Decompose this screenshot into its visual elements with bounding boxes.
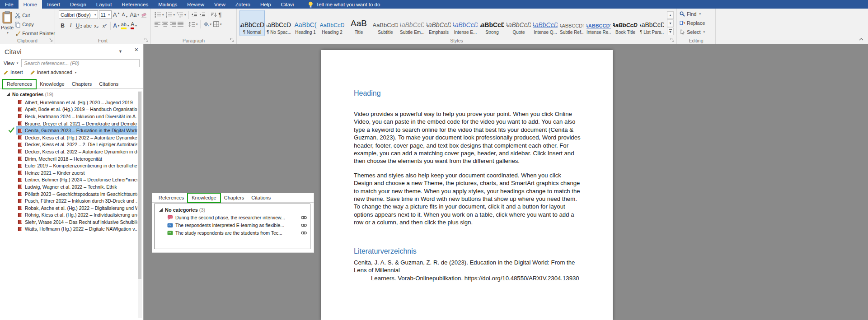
style-intense-reference[interactable]: AABBCCDTIntense Re... [586, 10, 611, 36]
multilevel-list-button[interactable]: ▾ [176, 10, 187, 19]
pane-tab-knowledge[interactable]: Knowledge [36, 80, 68, 88]
change-case-button[interactable]: Aa▾ [130, 10, 139, 19]
knowledge-item[interactable]: During the second phase, the researcher … [167, 213, 310, 221]
reference-item[interactable]: Ludwig, Wagner et al. 2022 – Technik. Et… [16, 183, 137, 190]
link-icon[interactable] [301, 223, 307, 228]
popup-tab-knowledge[interactable]: Knowledge [188, 193, 220, 203]
reference-item[interactable]: Decker, Kiess et al. (Hg.) 2022 – Autori… [16, 134, 137, 141]
superscript-button[interactable]: x² [101, 21, 108, 30]
style-emphasis[interactable]: AaBbCcDtEmphasis [426, 10, 451, 36]
show-formatting-marks-button[interactable]: ¶ [218, 10, 223, 19]
select-button[interactable]: Select▾ [680, 28, 713, 36]
tab-help[interactable]: Help [255, 0, 276, 9]
reference-item[interactable]: Röhrig, Kiess et al. (Hg.) 2022 – Indivi… [16, 212, 137, 219]
increase-indent-button[interactable] [198, 10, 206, 19]
decrease-indent-button[interactable] [190, 10, 198, 19]
tab-citavi[interactable]: Citavi [276, 0, 299, 9]
find-button[interactable]: Find▾ [680, 9, 713, 18]
bullets-button[interactable]: ▾ [154, 10, 165, 19]
align-right-button[interactable] [169, 20, 177, 29]
category-node[interactable]: No categories (19) [0, 91, 137, 98]
replace-button[interactable]: Replace [680, 19, 713, 27]
clipboard-dialog-launcher[interactable] [48, 37, 53, 42]
reference-item[interactable]: Braune, Dreyer et al. 2021 – Demokratie … [16, 120, 137, 127]
bold-button[interactable]: B [59, 21, 66, 30]
document-page[interactable]: Heading Video provides a powerful way to… [321, 50, 613, 320]
tab-insert[interactable]: Insert [42, 0, 65, 9]
style-no-spacing[interactable]: AaBbCcDc¶ No Spac... [266, 10, 291, 36]
style-heading-2[interactable]: AaBbCcDHeading 2 [319, 10, 345, 36]
tab-file[interactable]: File [0, 0, 19, 9]
tab-review[interactable]: Review [182, 0, 209, 9]
collapse-ribbon-button[interactable] [857, 36, 865, 42]
search-input[interactable] [21, 59, 140, 67]
style-list-paragraph[interactable]: AaBbCcDt¶ List Para... [639, 10, 665, 36]
font-dialog-launcher[interactable] [144, 37, 149, 42]
pane-tab-citations[interactable]: Citations [95, 80, 122, 88]
font-color-button[interactable]: A▾ [130, 21, 138, 30]
tab-references[interactable]: References [117, 0, 153, 9]
link-icon[interactable] [301, 230, 307, 236]
italic-button[interactable]: I [67, 21, 75, 30]
numbering-button[interactable]: ▾ [165, 10, 176, 19]
scrollbar-thumb[interactable] [138, 92, 141, 279]
reference-item[interactable]: Pöllath 2023 – Geschichtspodcasts im Ges… [16, 190, 137, 198]
style-subtitle[interactable]: AaBbCcDSubtitle [373, 10, 398, 36]
insert-button[interactable]: Insert [4, 70, 23, 75]
reference-item[interactable]: Leitner, Böhmer (Hg.) 2024 – Decolonise … [16, 176, 137, 184]
styles-more-button[interactable]: ▼ [667, 28, 674, 35]
shrink-font-button[interactable]: A▼ [121, 10, 129, 19]
subscript-button[interactable]: x₂ [93, 21, 100, 30]
pane-tab-chapters[interactable]: Chapters [68, 80, 96, 88]
tab-home[interactable]: Home [19, 0, 42, 9]
copy-button[interactable]: Copy [14, 20, 56, 29]
pane-tab-references[interactable]: References [3, 79, 36, 89]
popup-tab-references[interactable]: References [155, 194, 188, 202]
reference-item[interactable]: Heinze 2021 – Kinder zuerst [16, 169, 137, 176]
strikethrough-button[interactable]: abc [83, 21, 92, 30]
style-subtle-emphasis[interactable]: AaBbCcDtSubtle Em... [399, 10, 425, 36]
popup-tab-chapters[interactable]: Chapters [221, 194, 248, 202]
underline-button[interactable]: U▾ [75, 21, 83, 30]
style-title[interactable]: AaBTitle [346, 10, 371, 36]
link-icon[interactable] [301, 215, 307, 220]
reference-item[interactable]: Siehr, Wrase 2014 – Das Recht auf inklus… [16, 218, 137, 226]
popup-tab-citations[interactable]: Citations [248, 194, 274, 202]
reference-item[interactable]: Watts, Hoffmann (Hg.) 2022 – Digitale NA… [16, 226, 137, 233]
tab-zotero[interactable]: Zotero [230, 0, 255, 9]
style-subtle-reference[interactable]: AABBCCDTSubtle Ref... [559, 10, 585, 36]
shading-button[interactable]: ▾ [202, 20, 213, 29]
reference-item[interactable]: Albert, Hurrelmann et al. (Hg.) 2020 – J… [16, 99, 137, 106]
align-left-button[interactable] [154, 20, 161, 29]
style-quote[interactable]: AaBbCcDtQuote [506, 10, 531, 36]
tab-mailings[interactable]: Mailings [153, 0, 182, 9]
tell-me-box[interactable]: Tell me what you want to do [302, 0, 385, 9]
pane-close-button[interactable]: × [135, 46, 138, 53]
reference-item[interactable]: Euler 2019 – Kompetenzorientierung in de… [16, 162, 137, 169]
cut-button[interactable]: Cut [14, 11, 56, 20]
style-normal[interactable]: AaBbCcDc¶ Normal [239, 10, 265, 36]
reference-item[interactable]: Pusch, Führer 2022 – Inklusion durch 3D-… [16, 197, 137, 204]
reference-item[interactable]: Robak, Asche et al. (Hg.) 2022 – Digital… [16, 204, 137, 212]
tab-design[interactable]: Design [65, 0, 91, 9]
references-scrollbar[interactable] [138, 91, 142, 318]
knowledge-category-node[interactable]: No categories (3) [155, 206, 310, 213]
styles-scroll-up-button[interactable]: ▲ [667, 11, 674, 19]
style-strong[interactable]: AaBbCcDtStrong [479, 10, 505, 36]
tab-layout[interactable]: Layout [91, 0, 117, 9]
font-name-select[interactable]: Calibri (Body)▾ [59, 10, 98, 19]
justify-button[interactable] [177, 20, 184, 29]
reference-item[interactable]: Apelt, Bode et al. (Hg.) 2019 – Handbuch… [16, 106, 137, 113]
reference-item-selected[interactable]: Cenita, Guzman 2023 – Education in the D… [16, 127, 137, 134]
paste-button[interactable]: Paste ▾ [1, 9, 14, 37]
style-intense-emphasis[interactable]: AaBbCcDtIntense E... [453, 10, 478, 36]
highlight-button[interactable]: ab▾ [121, 21, 130, 30]
grow-font-button[interactable]: A▲ [113, 10, 120, 19]
sort-button[interactable] [210, 10, 218, 19]
pane-options-chevron-icon[interactable]: ▼ [118, 49, 122, 54]
font-size-select[interactable]: 11▾ [99, 10, 112, 19]
reference-item[interactable]: Beck, Hartmann 2024 – Inklusion und Dive… [16, 113, 137, 120]
reference-item[interactable]: Dirim, Mecheril 2018 – Heterogenität [16, 155, 137, 162]
knowledge-item[interactable]: The respondents interpreted E-learning a… [167, 221, 310, 229]
insert-advanced-dropdown[interactable]: Insert advanced▾ [30, 70, 77, 75]
